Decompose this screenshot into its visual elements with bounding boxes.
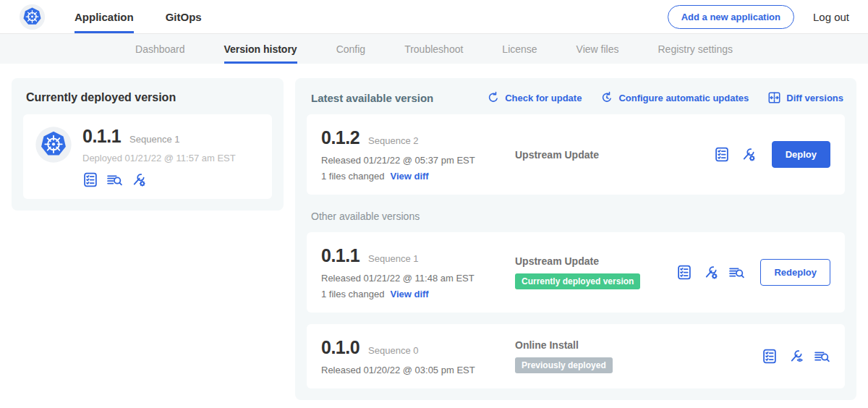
version-source-label: Upstream Update <box>515 255 676 267</box>
header-tabs: Application GitOps <box>75 0 202 33</box>
checklist-icon[interactable] <box>676 265 693 280</box>
config-wrench-gear-icon[interactable] <box>702 265 719 280</box>
currently-deployed-panel: Currently deployed version 0.1.1 Sequenc… <box>12 78 284 211</box>
deployed-timestamp: Deployed 01/21/22 @ 11:57 am EST <box>82 153 236 163</box>
redeploy-button[interactable]: Redeploy <box>760 259 830 286</box>
tab-application[interactable]: Application <box>75 0 134 33</box>
version-number: 0.1.2 <box>321 127 359 148</box>
currently-deployed-title: Currently deployed version <box>26 91 272 104</box>
files-changed-label: 1 files changed <box>321 289 384 299</box>
version-source-label: Upstream Update <box>515 149 714 161</box>
sequence-label: Sequence 2 <box>368 135 418 146</box>
checklist-icon[interactable] <box>762 349 778 364</box>
auto-update-clock-icon <box>600 91 613 104</box>
subtab-config[interactable]: Config <box>336 34 365 64</box>
deploy-button[interactable]: Deploy <box>772 141 830 168</box>
deployed-version-number: 0.1.1 <box>82 126 121 147</box>
kubernetes-logo-icon <box>19 0 46 33</box>
version-number: 0.1.1 <box>321 245 359 266</box>
currently-deployed-badge: Currently deployed version <box>515 273 640 289</box>
check-for-update-link[interactable]: Check for update <box>487 91 582 104</box>
logs-search-icon[interactable] <box>814 349 830 364</box>
sequence-label: Sequence 1 <box>368 253 418 264</box>
sequence-label: Sequence 0 <box>368 345 418 356</box>
subtab-dashboard[interactable]: Dashboard <box>135 34 185 64</box>
checklist-icon[interactable] <box>82 172 99 187</box>
config-wrench-eye-icon[interactable] <box>788 349 804 364</box>
version-source-label: Online Install <box>515 339 762 351</box>
logs-search-icon[interactable] <box>728 265 745 280</box>
released-timestamp: Released 01/21/22 @ 11:48 am EST <box>321 273 515 284</box>
app-header: Application GitOps Add a new application… <box>0 0 868 34</box>
deployed-sequence-label: Sequence 1 <box>129 134 179 145</box>
config-wrench-gear-icon[interactable] <box>740 147 757 162</box>
subtab-license[interactable]: License <box>502 34 537 64</box>
diff-columns-icon <box>767 91 781 104</box>
configure-automatic-updates-link[interactable]: Configure automatic updates <box>600 91 749 104</box>
released-timestamp: Released 01/20/22 @ 03:05 pm EST <box>321 365 515 375</box>
view-diff-link[interactable]: View diff <box>390 171 428 182</box>
deployed-version-card: 0.1.1 Sequence 1 Deployed 01/21/22 @ 11:… <box>23 114 272 199</box>
logs-search-icon[interactable] <box>106 172 123 187</box>
logout-button[interactable]: Log out <box>813 11 849 23</box>
subtab-view-files[interactable]: View files <box>576 34 619 64</box>
tab-gitops[interactable]: GitOps <box>166 0 202 33</box>
available-versions-panel: Latest available version Check for updat… <box>295 78 856 400</box>
subtab-troubleshoot[interactable]: Troubleshoot <box>404 34 463 64</box>
released-timestamp: Released 01/21/22 @ 05:37 pm EST <box>321 155 515 166</box>
view-diff-link[interactable]: View diff <box>390 289 428 299</box>
version-number: 0.1.0 <box>321 337 359 358</box>
subtab-version-history[interactable]: Version history <box>224 34 297 64</box>
refresh-icon <box>487 91 500 104</box>
diff-versions-link[interactable]: Diff versions <box>767 91 843 104</box>
version-row-0-1-2: 0.1.2 Sequence 2 Released 01/21/22 @ 05:… <box>307 114 845 195</box>
kubernetes-app-icon <box>35 126 72 163</box>
version-row-0-1-0: 0.1.0 Sequence 0 Released 01/20/22 @ 03:… <box>307 324 845 388</box>
files-changed-label: 1 files changed <box>321 171 384 182</box>
other-available-versions-title: Other available versions <box>311 211 843 222</box>
config-wrench-gear-icon[interactable] <box>130 172 147 187</box>
version-row-0-1-1: 0.1.1 Sequence 1 Released 01/21/22 @ 11:… <box>307 232 845 313</box>
app-subnav: Dashboard Version history Config Trouble… <box>0 34 868 64</box>
checklist-icon[interactable] <box>714 147 731 162</box>
latest-available-title: Latest available version <box>311 92 433 104</box>
subtab-registry-settings[interactable]: Registry settings <box>658 34 733 64</box>
add-new-application-button[interactable]: Add a new application <box>668 5 794 29</box>
previously-deployed-badge: Previously deployed <box>515 357 613 373</box>
